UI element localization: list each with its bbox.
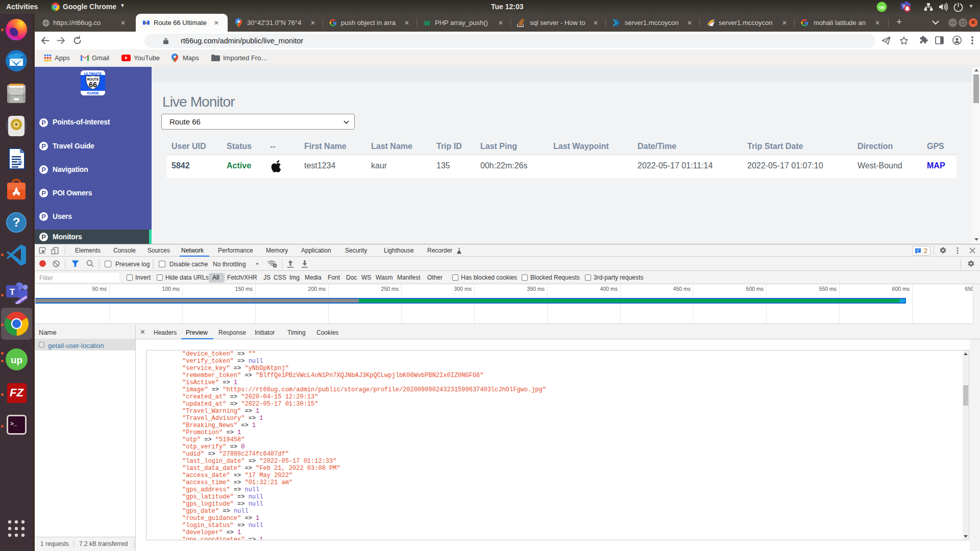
svg-text:GUIDE: GUIDE (87, 91, 99, 95)
svg-text:?: ? (13, 215, 20, 229)
svg-text:T: T (10, 287, 15, 297)
svg-text:FZ: FZ (10, 386, 24, 399)
svg-text:up: up (879, 5, 885, 10)
svg-text:66: 66 (89, 81, 97, 89)
svg-text:ULTIMATE: ULTIMATE (84, 72, 102, 76)
svg-text:W: W (424, 19, 431, 27)
svg-text:66: 66 (145, 21, 148, 24)
svg-text:up: up (11, 355, 22, 365)
svg-text:>_: >_ (10, 421, 17, 427)
